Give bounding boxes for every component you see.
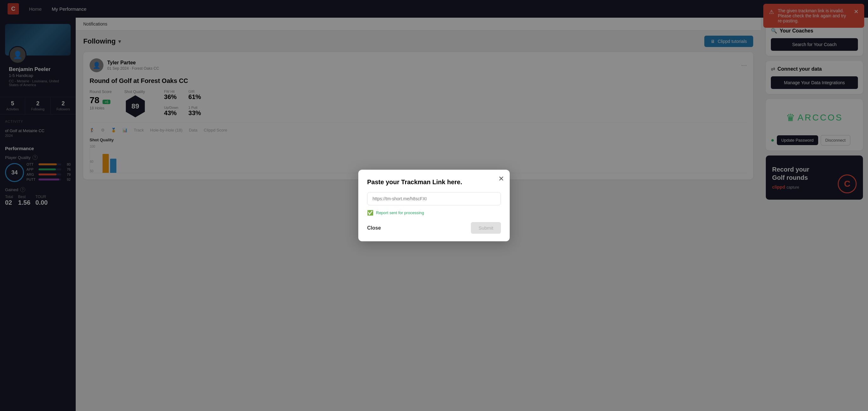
- modal-close-button[interactable]: Close: [367, 225, 381, 231]
- trackman-link-input[interactable]: [367, 192, 501, 205]
- modal-close-x-button[interactable]: ✕: [498, 175, 504, 183]
- modal-overlay[interactable]: Paste your Trackman Link here. ✕ ✅ Repor…: [0, 0, 868, 411]
- modal-title: Paste your Trackman Link here.: [367, 179, 501, 186]
- trackman-modal: Paste your Trackman Link here. ✕ ✅ Repor…: [358, 170, 510, 241]
- success-check-icon: ✅: [367, 210, 373, 216]
- modal-submit-button[interactable]: Submit: [471, 222, 501, 234]
- modal-success-message: ✅ Report sent for processing: [367, 210, 501, 216]
- modal-footer: Close Submit: [367, 222, 501, 234]
